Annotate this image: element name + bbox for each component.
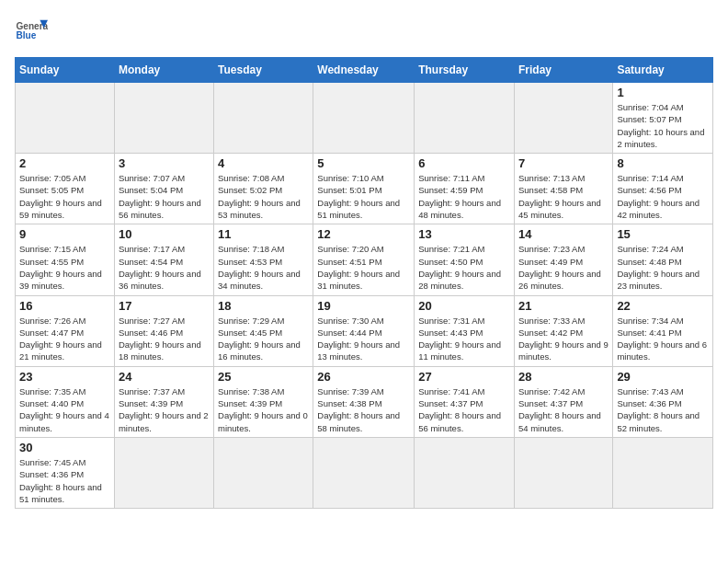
day-info: Sunrise: 7:41 AM Sunset: 4:37 PM Dayligh…: [418, 385, 510, 434]
day-info: Sunrise: 7:30 AM Sunset: 4:44 PM Dayligh…: [317, 315, 410, 363]
day-number: 10: [119, 227, 210, 241]
weekday-header-tuesday: Tuesday: [214, 58, 313, 83]
weekday-header-monday: Monday: [114, 58, 213, 83]
day-info: Sunrise: 7:24 AM Sunset: 4:48 PM Dayligh…: [617, 243, 709, 292]
calendar-cell: 15Sunrise: 7:24 AM Sunset: 4:48 PM Dayli…: [613, 224, 713, 295]
day-number: 3: [119, 156, 210, 170]
calendar-week-row: 1Sunrise: 7:04 AM Sunset: 5:07 PM Daylig…: [16, 83, 713, 154]
day-info: Sunrise: 7:45 AM Sunset: 4:36 PM Dayligh…: [19, 456, 110, 505]
calendar-cell: [514, 83, 612, 154]
weekday-header-wednesday: Wednesday: [313, 58, 415, 83]
calendar-week-row: 2Sunrise: 7:05 AM Sunset: 5:05 PM Daylig…: [16, 154, 713, 224]
calendar-cell: 13Sunrise: 7:21 AM Sunset: 4:50 PM Dayli…: [415, 224, 515, 295]
day-info: Sunrise: 7:38 AM Sunset: 4:39 PM Dayligh…: [218, 385, 309, 434]
weekday-header-thursday: Thursday: [415, 58, 515, 83]
calendar-cell: [16, 83, 115, 154]
day-info: Sunrise: 7:17 AM Sunset: 4:54 PM Dayligh…: [119, 243, 210, 292]
day-number: 4: [218, 156, 309, 170]
day-number: 21: [518, 299, 609, 313]
day-number: 5: [317, 156, 410, 170]
calendar-cell: [214, 83, 313, 154]
calendar-cell: [313, 83, 415, 154]
weekday-header-row: SundayMondayTuesdayWednesdayThursdayFrid…: [16, 58, 713, 83]
calendar-cell: 8Sunrise: 7:14 AM Sunset: 4:56 PM Daylig…: [613, 154, 713, 224]
day-number: 24: [119, 370, 210, 384]
calendar-cell: 20Sunrise: 7:31 AM Sunset: 4:43 PM Dayli…: [415, 295, 515, 366]
calendar-cell: [613, 437, 713, 508]
calendar-cell: 24Sunrise: 7:37 AM Sunset: 4:39 PM Dayli…: [114, 366, 213, 437]
calendar-cell: 1Sunrise: 7:04 AM Sunset: 5:07 PM Daylig…: [613, 83, 713, 154]
calendar-cell: 11Sunrise: 7:18 AM Sunset: 4:53 PM Dayli…: [214, 224, 313, 295]
calendar-cell: 10Sunrise: 7:17 AM Sunset: 4:54 PM Dayli…: [114, 224, 213, 295]
weekday-header-sunday: Sunday: [16, 58, 115, 83]
day-info: Sunrise: 7:42 AM Sunset: 4:37 PM Dayligh…: [518, 385, 609, 434]
day-info: Sunrise: 7:34 AM Sunset: 4:41 PM Dayligh…: [617, 315, 709, 363]
day-info: Sunrise: 7:04 AM Sunset: 5:07 PM Dayligh…: [617, 101, 709, 150]
day-number: 26: [317, 370, 410, 384]
day-number: 7: [518, 156, 609, 170]
day-number: 22: [617, 299, 709, 313]
calendar-cell: 18Sunrise: 7:29 AM Sunset: 4:45 PM Dayli…: [214, 295, 313, 366]
calendar-week-row: 30Sunrise: 7:45 AM Sunset: 4:36 PM Dayli…: [16, 437, 713, 508]
day-info: Sunrise: 7:05 AM Sunset: 5:05 PM Dayligh…: [19, 172, 110, 221]
day-number: 17: [119, 299, 210, 313]
day-info: Sunrise: 7:15 AM Sunset: 4:55 PM Dayligh…: [19, 243, 110, 292]
day-info: Sunrise: 7:07 AM Sunset: 5:04 PM Dayligh…: [119, 172, 210, 221]
weekday-header-friday: Friday: [514, 58, 612, 83]
calendar-cell: [415, 83, 515, 154]
calendar-table: SundayMondayTuesdayWednesdayThursdayFrid…: [15, 57, 713, 509]
day-number: 20: [418, 299, 510, 313]
calendar-cell: 9Sunrise: 7:15 AM Sunset: 4:55 PM Daylig…: [16, 224, 115, 295]
calendar-cell: 30Sunrise: 7:45 AM Sunset: 4:36 PM Dayli…: [16, 437, 115, 508]
calendar-cell: 6Sunrise: 7:11 AM Sunset: 4:59 PM Daylig…: [415, 154, 515, 224]
day-number: 8: [617, 156, 709, 170]
day-info: Sunrise: 7:26 AM Sunset: 4:47 PM Dayligh…: [19, 315, 110, 363]
day-info: Sunrise: 7:29 AM Sunset: 4:45 PM Dayligh…: [218, 315, 309, 363]
logo: General Blue: [15, 15, 48, 48]
day-info: Sunrise: 7:23 AM Sunset: 4:49 PM Dayligh…: [518, 243, 609, 292]
calendar-cell: 17Sunrise: 7:27 AM Sunset: 4:46 PM Dayli…: [114, 295, 213, 366]
day-number: 6: [418, 156, 510, 170]
calendar-cell: 26Sunrise: 7:39 AM Sunset: 4:38 PM Dayli…: [313, 366, 415, 437]
day-info: Sunrise: 7:37 AM Sunset: 4:39 PM Dayligh…: [119, 385, 210, 434]
day-number: 1: [617, 86, 709, 99]
day-info: Sunrise: 7:20 AM Sunset: 4:51 PM Dayligh…: [317, 243, 410, 292]
day-info: Sunrise: 7:43 AM Sunset: 4:36 PM Dayligh…: [617, 385, 709, 434]
calendar-cell: 27Sunrise: 7:41 AM Sunset: 4:37 PM Dayli…: [415, 366, 515, 437]
day-number: 9: [19, 227, 110, 241]
calendar-cell: 12Sunrise: 7:20 AM Sunset: 4:51 PM Dayli…: [313, 224, 415, 295]
day-number: 28: [518, 370, 609, 384]
day-number: 15: [617, 227, 709, 241]
calendar-cell: 16Sunrise: 7:26 AM Sunset: 4:47 PM Dayli…: [16, 295, 115, 366]
day-number: 13: [418, 227, 510, 241]
day-info: Sunrise: 7:39 AM Sunset: 4:38 PM Dayligh…: [317, 385, 410, 434]
day-info: Sunrise: 7:13 AM Sunset: 4:58 PM Dayligh…: [518, 172, 609, 221]
calendar-cell: 14Sunrise: 7:23 AM Sunset: 4:49 PM Dayli…: [514, 224, 612, 295]
day-info: Sunrise: 7:18 AM Sunset: 4:53 PM Dayligh…: [218, 243, 309, 292]
calendar-cell: 3Sunrise: 7:07 AM Sunset: 5:04 PM Daylig…: [114, 154, 213, 224]
day-info: Sunrise: 7:33 AM Sunset: 4:42 PM Dayligh…: [518, 315, 609, 363]
calendar-cell: [114, 437, 213, 508]
calendar-week-row: 23Sunrise: 7:35 AM Sunset: 4:40 PM Dayli…: [16, 366, 713, 437]
day-number: 18: [218, 299, 309, 313]
day-info: Sunrise: 7:08 AM Sunset: 5:02 PM Dayligh…: [218, 172, 309, 221]
day-number: 25: [218, 370, 309, 384]
calendar-cell: 29Sunrise: 7:43 AM Sunset: 4:36 PM Dayli…: [613, 366, 713, 437]
weekday-header-saturday: Saturday: [613, 58, 713, 83]
day-number: 16: [19, 299, 110, 313]
calendar-cell: 4Sunrise: 7:08 AM Sunset: 5:02 PM Daylig…: [214, 154, 313, 224]
day-info: Sunrise: 7:31 AM Sunset: 4:43 PM Dayligh…: [418, 315, 510, 363]
calendar-cell: [415, 437, 515, 508]
calendar-cell: [114, 83, 213, 154]
calendar-cell: 5Sunrise: 7:10 AM Sunset: 5:01 PM Daylig…: [313, 154, 415, 224]
day-number: 11: [218, 227, 309, 241]
logo-icon: General Blue: [15, 15, 48, 48]
calendar-cell: 23Sunrise: 7:35 AM Sunset: 4:40 PM Dayli…: [16, 366, 115, 437]
day-number: 29: [617, 370, 709, 384]
day-info: Sunrise: 7:10 AM Sunset: 5:01 PM Dayligh…: [317, 172, 410, 221]
calendar-cell: 25Sunrise: 7:38 AM Sunset: 4:39 PM Dayli…: [214, 366, 313, 437]
day-number: 27: [418, 370, 510, 384]
calendar-cell: 21Sunrise: 7:33 AM Sunset: 4:42 PM Dayli…: [514, 295, 612, 366]
day-number: 12: [317, 227, 410, 241]
day-number: 14: [518, 227, 609, 241]
